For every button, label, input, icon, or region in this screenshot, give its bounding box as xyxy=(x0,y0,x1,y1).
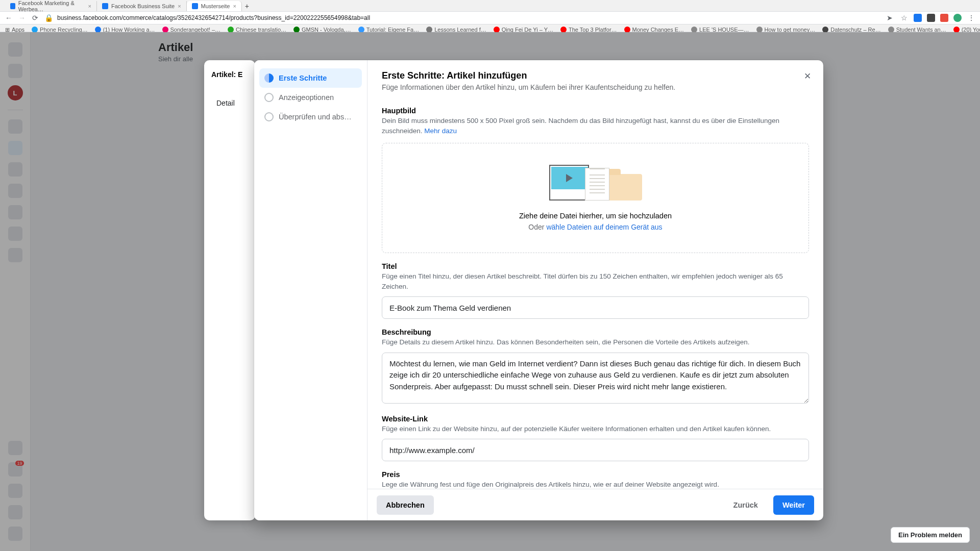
close-icon[interactable]: × xyxy=(178,3,181,9)
step-display-options[interactable]: Anzeigeoptionen xyxy=(259,88,362,107)
lock-icon: 🔒 xyxy=(44,14,53,22)
url-field[interactable]: business.facebook.com/commerce/catalogs/… xyxy=(57,14,881,21)
description-label: Beschreibung xyxy=(382,328,809,336)
browser-tab[interactable]: Facebook Marketing & Werbea…× xyxy=(5,1,97,11)
close-button[interactable]: ✕ xyxy=(800,68,815,84)
upload-illustration xyxy=(549,165,642,201)
extension-icon[interactable] xyxy=(914,14,922,22)
folder-icon xyxy=(605,174,642,201)
website-input[interactable] xyxy=(382,439,809,461)
report-problem-button[interactable]: Ein Problem melden xyxy=(891,527,970,543)
extension-icon[interactable] xyxy=(927,14,935,22)
forward-icon[interactable]: → xyxy=(17,14,27,22)
learn-more-link[interactable]: Mehr dazu xyxy=(424,127,457,135)
profile-avatar-icon[interactable] xyxy=(953,14,962,22)
send-icon[interactable]: ➤ xyxy=(885,14,894,22)
close-icon[interactable]: × xyxy=(88,3,91,9)
back-button[interactable]: Zurück xyxy=(724,495,767,515)
price-desc: Lege die Währung fest und füge den Origi… xyxy=(382,480,809,489)
dropzone-link-row: Oder wähle Dateien auf deinem Gerät aus xyxy=(528,223,662,231)
step-review[interactable]: Überprüfen und abs… xyxy=(259,107,362,127)
main-image-label: Hauptbild xyxy=(382,107,809,115)
next-button[interactable]: Weiter xyxy=(773,495,814,515)
menu-icon[interactable]: ⋮ xyxy=(967,14,976,22)
main-image-desc: Dein Bild muss mindestens 500 x 500 Pixe… xyxy=(382,116,809,136)
modal-title: Erste Schritte: Artikel hinzufügen xyxy=(382,70,809,81)
browser-chrome: Facebook Marketing & Werbea…× Facebook B… xyxy=(0,0,980,32)
cancel-button[interactable]: Abbrechen xyxy=(377,495,434,515)
modal-header: Erste Schritte: Artikel hinzufügen Füge … xyxy=(368,60,823,91)
video-icon xyxy=(549,165,589,201)
document-icon xyxy=(585,168,609,201)
website-desc: Füge einen Link zu der Website hinzu, au… xyxy=(382,424,809,434)
step-getting-started[interactable]: Erste Schritte xyxy=(259,68,362,88)
description-desc: Füge Details zu diesem Artikel hinzu. Da… xyxy=(382,337,809,347)
add-item-modal: Erste Schritte Anzeigeoptionen Überprüfe… xyxy=(254,60,823,520)
reload-icon[interactable]: ⟳ xyxy=(31,14,40,22)
browser-tab-active[interactable]: Musterseite× xyxy=(187,1,242,11)
modal-body[interactable]: Hauptbild Dein Bild muss mindestens 500 … xyxy=(368,91,823,489)
dropzone-text: Ziehe deine Datei hierher, um sie hochzu… xyxy=(519,212,672,220)
extension-icon[interactable] xyxy=(940,14,948,22)
image-dropzone[interactable]: Ziehe deine Datei hierher, um sie hochzu… xyxy=(382,143,809,253)
close-icon[interactable]: × xyxy=(233,3,236,9)
product-drawer: Artikel: E Detail xyxy=(204,60,255,520)
new-tab-button[interactable]: + xyxy=(242,2,252,10)
modal-steps-sidebar: Erste Schritte Anzeigeoptionen Überprüfe… xyxy=(254,60,368,520)
price-label: Preis xyxy=(382,470,809,479)
description-textarea[interactable] xyxy=(382,353,809,404)
choose-files-link[interactable]: wähle Dateien auf deinem Gerät aus xyxy=(546,223,662,231)
back-icon[interactable]: ← xyxy=(4,14,13,22)
address-bar: ← → ⟳ 🔒 business.facebook.com/commerce/c… xyxy=(0,11,980,24)
title-input[interactable] xyxy=(382,296,809,319)
star-icon[interactable]: ☆ xyxy=(899,14,909,22)
browser-tab[interactable]: Facebook Business Suite× xyxy=(97,1,187,11)
title-desc: Füge einen Titel hinzu, der diesen Artik… xyxy=(382,271,809,291)
title-label: Titel xyxy=(382,262,809,270)
modal-subtitle: Füge Informationen über den Artikel hinz… xyxy=(382,83,809,91)
tab-bar: Facebook Marketing & Werbea…× Facebook B… xyxy=(0,0,980,11)
website-label: Website-Link xyxy=(382,415,809,423)
modal-footer: Abbrechen Zurück Weiter xyxy=(368,489,823,520)
